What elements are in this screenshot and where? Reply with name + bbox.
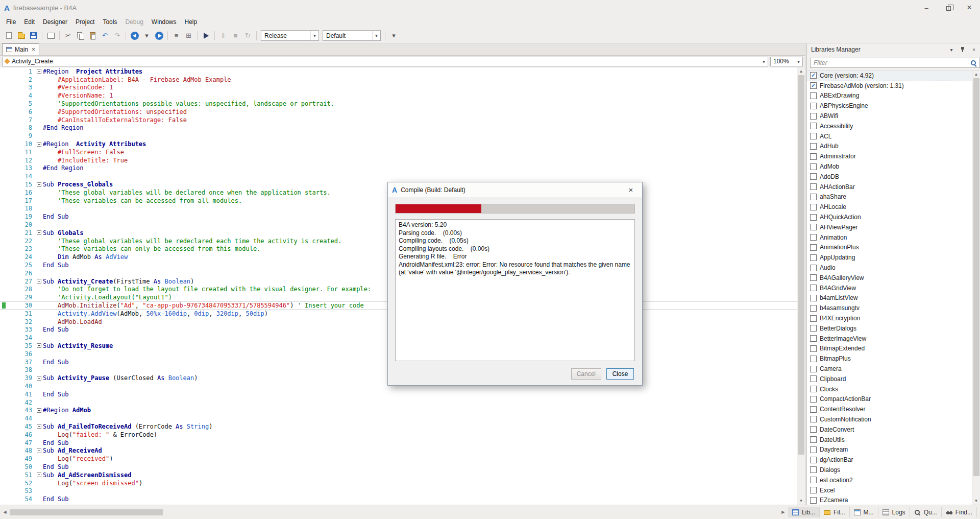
tab-close-icon[interactable]: × bbox=[32, 46, 35, 53]
library-checkbox[interactable] bbox=[810, 194, 817, 200]
library-item[interactable]: Dialogs bbox=[807, 465, 972, 475]
chevron-down-icon[interactable]: ▾ bbox=[795, 57, 802, 66]
library-checkbox[interactable] bbox=[810, 457, 817, 463]
editor-scrollbar[interactable]: ▲ ▼ bbox=[797, 67, 805, 505]
library-item[interactable]: AHViewPager bbox=[807, 222, 972, 232]
library-checkbox[interactable] bbox=[810, 265, 817, 271]
pin-icon[interactable] bbox=[959, 45, 967, 54]
paste-icon[interactable] bbox=[87, 30, 99, 41]
navigate-forward-icon[interactable] bbox=[153, 30, 165, 41]
library-checkbox[interactable] bbox=[810, 173, 817, 180]
undo-icon[interactable]: ↶ bbox=[99, 30, 111, 41]
fold-toggle-icon[interactable] bbox=[37, 376, 41, 381]
library-item[interactable]: B4XEncryption bbox=[807, 313, 972, 323]
library-item[interactable]: ABWifi bbox=[807, 111, 972, 121]
menu-tools[interactable]: Tools bbox=[99, 17, 121, 27]
stop-icon[interactable]: ■ bbox=[230, 30, 241, 41]
library-item[interactable]: BetterImageView bbox=[807, 334, 972, 344]
dialog-close-icon[interactable]: × bbox=[624, 185, 638, 194]
fold-toggle-icon[interactable] bbox=[37, 408, 41, 413]
library-checkbox[interactable] bbox=[810, 224, 817, 230]
library-item[interactable]: esLocation2 bbox=[807, 475, 972, 485]
library-checkbox[interactable] bbox=[810, 244, 817, 251]
library-item[interactable]: ✓FirebaseAdMob (version: 1.31) bbox=[807, 81, 972, 91]
library-item[interactable]: Clipboard bbox=[807, 374, 972, 384]
panel-tab-files[interactable]: Fil... bbox=[820, 507, 850, 517]
library-checkbox[interactable] bbox=[810, 133, 817, 139]
library-item[interactable]: AnimationPlus bbox=[807, 243, 972, 253]
editor-scrollbar-track[interactable] bbox=[797, 75, 805, 497]
hscroll-track[interactable] bbox=[9, 509, 779, 516]
library-item[interactable]: Daydream bbox=[807, 444, 972, 455]
library-item[interactable]: Excel bbox=[807, 485, 972, 496]
library-item[interactable]: ABExtDrawing bbox=[807, 91, 972, 101]
library-item[interactable]: Animation bbox=[807, 232, 972, 243]
libraries-scrollbar-track[interactable] bbox=[972, 78, 980, 497]
member-dropdown[interactable]: Activity_Create ▾ bbox=[2, 57, 768, 66]
compile-run-icon[interactable] bbox=[200, 30, 212, 41]
scroll-up-icon[interactable]: ▲ bbox=[972, 70, 980, 78]
library-checkbox[interactable] bbox=[810, 477, 817, 483]
library-checkbox[interactable] bbox=[810, 366, 817, 372]
library-item[interactable]: AdHub bbox=[807, 141, 972, 152]
nav-history-dropdown-icon[interactable]: ▾ bbox=[141, 30, 153, 41]
code-line[interactable]: 7#CanInstallToExternalStorage: False bbox=[0, 116, 797, 124]
zoom-dropdown[interactable]: 100% ▾ bbox=[770, 57, 803, 66]
library-checkbox[interactable] bbox=[810, 406, 817, 413]
code-line[interactable]: 46Log("failed: " & ErrorCode) bbox=[0, 431, 797, 439]
library-checkbox[interactable] bbox=[810, 335, 817, 342]
code-line[interactable]: 6#SupportedOrientations: unspecified bbox=[0, 108, 797, 116]
library-checkbox[interactable] bbox=[810, 325, 817, 332]
library-checkbox[interactable]: ✓ bbox=[810, 72, 817, 79]
menu-help[interactable]: Help bbox=[181, 17, 202, 27]
library-item[interactable]: BitmapExtended bbox=[807, 344, 972, 354]
library-item[interactable]: AppUpdating bbox=[807, 252, 972, 263]
code-line[interactable]: 3#VersionCode: 1 bbox=[0, 84, 797, 92]
comment-block-icon[interactable]: ≡ bbox=[170, 30, 182, 41]
library-item[interactable]: dgActionBar bbox=[807, 455, 972, 465]
library-checkbox[interactable] bbox=[810, 436, 817, 443]
library-checkbox[interactable] bbox=[810, 315, 817, 322]
code-line[interactable]: 53 bbox=[0, 487, 797, 495]
code-line[interactable]: 43#Region AdMob bbox=[0, 406, 797, 414]
code-line[interactable]: 42 bbox=[0, 398, 797, 407]
scroll-down-icon[interactable]: ▼ bbox=[797, 497, 805, 505]
panel-tab-modules[interactable]: M... bbox=[850, 507, 878, 517]
designer-icon[interactable] bbox=[45, 30, 57, 41]
panel-menu-chevron-icon[interactable]: ▾ bbox=[947, 45, 955, 54]
navigate-back-icon[interactable] bbox=[129, 30, 140, 41]
library-checkbox[interactable] bbox=[810, 274, 817, 281]
library-checkbox[interactable] bbox=[810, 143, 817, 150]
library-item[interactable]: ✓Core (version: 4.92) bbox=[807, 70, 972, 81]
library-checkbox[interactable] bbox=[810, 123, 817, 129]
library-item[interactable]: ACL bbox=[807, 131, 972, 141]
fold-toggle-icon[interactable] bbox=[37, 230, 41, 235]
chevron-down-icon[interactable]: ▾ bbox=[760, 57, 768, 66]
menu-windows[interactable]: Windows bbox=[148, 17, 181, 27]
code-line[interactable]: 47End Sub bbox=[0, 439, 797, 447]
library-item[interactable]: b4asamsungtv bbox=[807, 303, 972, 313]
menu-project[interactable]: Project bbox=[71, 17, 99, 27]
tab-main[interactable]: Main × bbox=[2, 43, 39, 55]
library-item[interactable]: CompactActionBar bbox=[807, 394, 972, 405]
code-line[interactable]: 5'SupportedOrientations possible values:… bbox=[0, 100, 797, 108]
code-line[interactable]: 45Sub Ad_FailedToReceiveAd (ErrorCode As… bbox=[0, 422, 797, 431]
menu-file[interactable]: File bbox=[2, 17, 20, 27]
library-item[interactable]: B4AGridView bbox=[807, 283, 972, 293]
code-line[interactable]: 41End Sub bbox=[0, 390, 797, 398]
chevron-down-icon[interactable]: ▾ bbox=[310, 31, 318, 40]
panel-tab-quick-search[interactable]: Qu... bbox=[910, 507, 942, 517]
scroll-up-icon[interactable]: ▲ bbox=[797, 67, 805, 75]
code-line[interactable]: 52Log("screen dismissed") bbox=[0, 479, 797, 487]
library-item[interactable]: AHActionBar bbox=[807, 182, 972, 192]
minimize-button[interactable]: – bbox=[916, 0, 937, 15]
library-checkbox[interactable] bbox=[810, 92, 817, 99]
library-item[interactable]: b4amListView bbox=[807, 293, 972, 303]
libraries-scrollbar-thumb[interactable] bbox=[973, 78, 979, 476]
library-item[interactable]: Camera bbox=[807, 364, 972, 374]
open-project-icon[interactable] bbox=[15, 30, 27, 41]
code-line[interactable]: 50End Sub bbox=[0, 463, 797, 471]
library-item[interactable]: BitmapPlus bbox=[807, 353, 972, 364]
library-item[interactable]: B4AGalleryView bbox=[807, 273, 972, 283]
library-item[interactable]: DateConvert bbox=[807, 424, 972, 435]
